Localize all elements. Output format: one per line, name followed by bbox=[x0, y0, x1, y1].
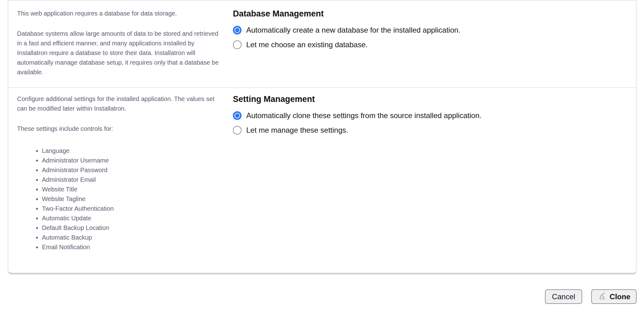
option-auto-clone-settings[interactable]: Automatically clone these settings from … bbox=[233, 110, 624, 121]
settings-list-item: Website Tagline bbox=[42, 194, 224, 204]
settings-list-item: Automatic Backup bbox=[42, 233, 224, 242]
database-description-paragraph: This web application requires a database… bbox=[17, 9, 224, 18]
radio-auto-clone-settings[interactable] bbox=[233, 111, 242, 120]
settings-list-item: Language bbox=[42, 146, 224, 156]
settings-controls-list: LanguageAdministrator UsernameAdministra… bbox=[17, 146, 224, 252]
clone-button-label: Clone bbox=[610, 292, 630, 301]
settings-description-paragraph: These settings include controls for: bbox=[17, 124, 224, 134]
option-choose-existing-database[interactable]: Let me choose an existing database. bbox=[233, 39, 624, 50]
radio-label[interactable]: Let me manage these settings. bbox=[246, 125, 348, 135]
database-options-column: Database Management Automatically create… bbox=[233, 1, 636, 87]
clone-button[interactable]: Clone bbox=[591, 289, 637, 304]
settings-card: This web application requires a database… bbox=[8, 0, 637, 274]
action-buttons-row: Cancel Clone bbox=[545, 289, 637, 304]
radio-manage-settings[interactable] bbox=[233, 126, 242, 135]
setting-management-heading: Setting Management bbox=[233, 94, 624, 104]
radio-choose-existing-database[interactable] bbox=[233, 40, 242, 49]
installer-clone-settings-page: This web application requires a database… bbox=[0, 0, 644, 312]
settings-list-item: Default Backup Location bbox=[42, 223, 224, 233]
section-setting-management: Configure additional settings for the in… bbox=[8, 88, 636, 252]
radio-label[interactable]: Automatically create a new database for … bbox=[246, 25, 460, 35]
settings-list-item: Website Title bbox=[42, 185, 224, 194]
settings-list-item: Administrator Password bbox=[42, 165, 224, 175]
settings-list-item: Administrator Email bbox=[42, 175, 224, 185]
settings-description-paragraph: Configure additional settings for the in… bbox=[17, 94, 224, 113]
option-auto-create-database[interactable]: Automatically create a new database for … bbox=[233, 25, 624, 35]
settings-list-item: Automatic Update bbox=[42, 213, 224, 223]
cancel-button[interactable]: Cancel bbox=[545, 289, 583, 304]
section-database-management: This web application requires a database… bbox=[8, 1, 636, 88]
radio-label[interactable]: Automatically clone these settings from … bbox=[246, 110, 482, 121]
settings-list-item: Administrator Username bbox=[42, 156, 224, 165]
radio-auto-create-database[interactable] bbox=[233, 26, 242, 34]
database-description-column: This web application requires a database… bbox=[8, 1, 233, 87]
settings-options-column: Setting Management Automatically clone t… bbox=[233, 88, 636, 252]
settings-list-item: Two-Factor Authentication bbox=[42, 204, 224, 213]
settings-description-column: Configure additional settings for the in… bbox=[8, 88, 233, 252]
clone-icon bbox=[597, 292, 607, 302]
database-management-heading: Database Management bbox=[233, 9, 624, 19]
radio-label[interactable]: Let me choose an existing database. bbox=[246, 39, 368, 50]
option-manage-settings[interactable]: Let me manage these settings. bbox=[233, 125, 624, 135]
settings-list-item: Email Notification bbox=[42, 242, 224, 252]
database-description-paragraph: Database systems allow large amounts of … bbox=[17, 29, 224, 77]
